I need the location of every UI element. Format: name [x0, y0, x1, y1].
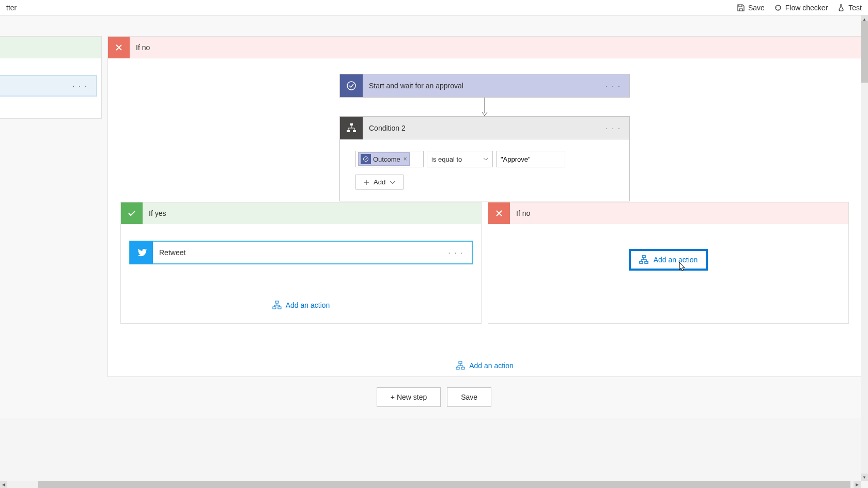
plus-icon [363, 179, 369, 185]
add-action-icon [456, 361, 465, 370]
scroll-thumb-v[interactable] [861, 21, 868, 83]
approval-icon [361, 154, 371, 164]
add-action-icon [639, 255, 648, 264]
svg-rect-13 [459, 361, 462, 364]
outcome-token[interactable]: Outcome × [358, 152, 410, 166]
approval-title: Start and wait for an approval [369, 82, 596, 90]
add-action-label: Add an action [469, 361, 514, 370]
flow-arrow [481, 98, 488, 119]
condition-title: Condition 2 [369, 124, 596, 132]
svg-rect-11 [640, 261, 643, 263]
if-yes-label: If yes [149, 209, 166, 217]
add-action-main[interactable]: Add an action [451, 356, 519, 375]
condition-step[interactable]: Condition 2 · · · Outcome × is equal to [339, 116, 630, 201]
if-yes-header[interactable]: If yes [121, 202, 481, 224]
condition-left-operand[interactable]: Outcome × [355, 151, 424, 167]
save-button[interactable]: Save [737, 4, 765, 12]
add-action-label: Add an action [286, 301, 330, 309]
svg-rect-14 [456, 367, 459, 369]
ellipsis-icon[interactable]: · · · [69, 80, 92, 92]
if-no-branch: If no Add an action [488, 202, 849, 324]
svg-rect-8 [273, 307, 276, 309]
chevron-down-icon [483, 156, 488, 162]
svg-rect-10 [642, 256, 645, 258]
svg-rect-15 [461, 367, 464, 369]
svg-rect-12 [645, 261, 648, 263]
check-icon [121, 202, 143, 224]
retweet-title: Retweet [153, 248, 444, 257]
left-collapsed-action-card[interactable]: · · · [0, 75, 97, 97]
svg-rect-7 [275, 301, 278, 303]
svg-rect-4 [347, 130, 350, 132]
if-no-header[interactable]: If no [488, 202, 848, 224]
save-icon [737, 4, 745, 12]
flow-checker-label: Flow checker [785, 4, 828, 12]
condition-icon [340, 117, 363, 139]
topbar-actions: Save Flow checker Test [737, 4, 862, 12]
remove-token-icon[interactable]: × [404, 155, 407, 163]
outer-if-no-label: If no [136, 43, 150, 52]
flow-checker-icon [774, 4, 782, 12]
svg-point-1 [347, 82, 355, 90]
outer-if-no-container: If no Start and wait for an approval · ·… [107, 36, 862, 377]
test-button[interactable]: Test [837, 4, 862, 12]
vertical-scrollbar[interactable]: ▲ ▼ [861, 15, 868, 418]
add-action-icon [272, 301, 282, 310]
if-yes-branch: If yes Retweet · · · Add an action [120, 202, 482, 324]
ellipsis-icon[interactable]: · · · [444, 246, 468, 259]
add-condition-button[interactable]: Add [355, 175, 404, 190]
condition-branches: If yes Retweet · · · Add an action [120, 202, 849, 324]
svg-rect-5 [353, 130, 356, 132]
footer-buttons: + New step Save [0, 387, 868, 407]
topbar: tter Save Flow checker Test [0, 0, 868, 15]
outer-if-no-header[interactable]: If no [108, 37, 861, 58]
x-icon [108, 37, 130, 58]
approval-icon [340, 74, 363, 97]
chevron-down-icon [390, 179, 396, 185]
condition-body: Outcome × is equal to Add [340, 139, 629, 201]
add-label: Add [374, 178, 385, 186]
bottom-add-action: Add an action [108, 356, 861, 375]
ellipsis-icon[interactable]: · · · [602, 80, 625, 92]
left-if-yes-header [0, 37, 101, 58]
condition-row: Outcome × is equal to [355, 151, 614, 167]
save-footer-button[interactable]: Save [447, 387, 491, 407]
token-label: Outcome [373, 155, 400, 163]
approval-step[interactable]: Start and wait for an approval · · · [339, 74, 630, 98]
add-action-label: Add an action [654, 256, 698, 264]
add-action-yes[interactable]: Add an action [121, 295, 481, 315]
page-title-fragment: tter [6, 4, 17, 12]
add-action-no-highlighted[interactable]: Add an action [629, 249, 708, 271]
svg-rect-9 [278, 307, 281, 309]
left-if-yes-partial: · · · [0, 36, 102, 119]
twitter-icon [130, 241, 153, 264]
x-icon [488, 202, 510, 224]
test-icon [837, 4, 845, 12]
condition-value-input[interactable] [496, 151, 565, 167]
operator-label: is equal to [431, 155, 462, 163]
svg-rect-3 [350, 123, 353, 125]
test-label: Test [848, 4, 862, 12]
condition-operator-select[interactable]: is equal to [427, 151, 493, 167]
if-no-label: If no [516, 209, 530, 217]
new-step-button[interactable]: + New step [377, 387, 441, 407]
retweet-action[interactable]: Retweet · · · [129, 241, 473, 264]
ellipsis-icon[interactable]: · · · [602, 122, 625, 134]
flow-canvas[interactable]: · · · If no Start and wait for an approv… [0, 15, 868, 418]
svg-point-6 [364, 157, 368, 162]
flow-checker-button[interactable]: Flow checker [774, 4, 828, 12]
save-label: Save [748, 4, 765, 12]
